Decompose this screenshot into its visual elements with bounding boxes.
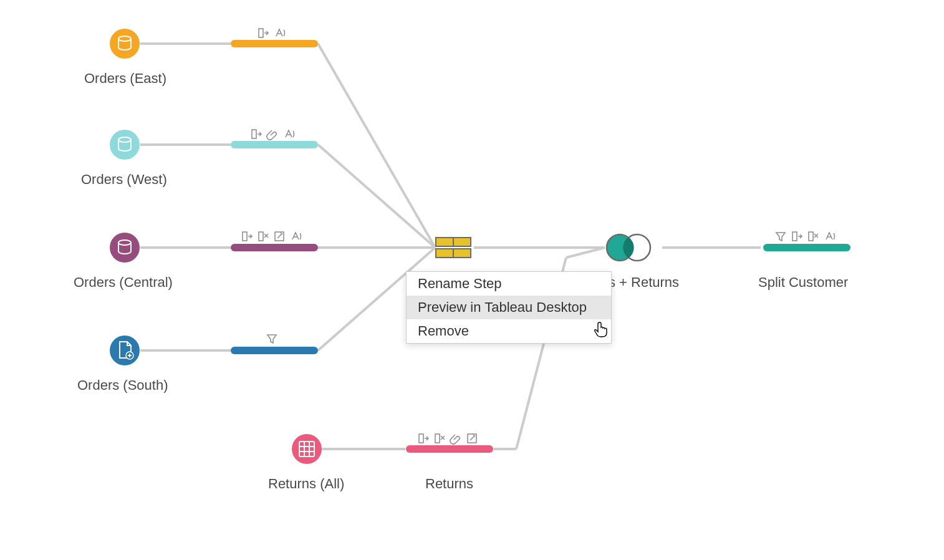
union-icon xyxy=(435,235,472,260)
menu-preview-desktop[interactable]: Preview in Tableau Desktop xyxy=(407,296,611,319)
join-orders-returns-label: s + Returns xyxy=(609,274,679,291)
menu-rename-step[interactable]: Rename Step xyxy=(407,272,611,296)
datasource-returns-all-label: Returns (All) xyxy=(268,476,344,492)
cursor-hand-icon xyxy=(594,321,611,338)
svg-rect-17 xyxy=(252,130,256,138)
svg-rect-30 xyxy=(453,249,471,258)
col-out-icon xyxy=(241,230,253,243)
paperclip-icon xyxy=(450,432,462,445)
clean-step-orders-central[interactable] xyxy=(231,244,318,251)
datasource-orders-east[interactable] xyxy=(110,29,140,59)
clean-returns-label: Returns xyxy=(425,476,473,492)
col-del-icon xyxy=(257,230,269,243)
clean-step-orders-south[interactable] xyxy=(231,347,318,354)
edit-icon xyxy=(466,432,478,445)
col-out-icon xyxy=(417,432,430,445)
datasource-orders-west[interactable] xyxy=(110,130,140,160)
col-out-icon xyxy=(257,27,269,39)
rename-text-icon xyxy=(282,128,295,140)
join-step-orders-returns[interactable] xyxy=(604,233,653,262)
clean-step-returns[interactable] xyxy=(406,445,493,453)
venn-join-icon xyxy=(604,233,653,262)
table-icon xyxy=(292,434,322,464)
clean-step-orders-east[interactable] xyxy=(231,40,318,47)
clean-orders-central-icons xyxy=(241,230,302,243)
svg-rect-34 xyxy=(809,232,813,241)
split-customer-label: Split Customer xyxy=(758,274,848,291)
svg-point-18 xyxy=(118,240,131,245)
col-out-icon xyxy=(250,128,262,140)
paperclip-icon xyxy=(266,128,279,140)
col-out-icon xyxy=(791,230,803,243)
datasource-orders-west-label: Orders (West) xyxy=(81,171,167,188)
flow-canvas: Orders (East) Orders (West) Orders (Cent… xyxy=(0,0,944,560)
svg-line-5 xyxy=(318,44,435,248)
file-add-icon xyxy=(110,336,140,365)
filter-icon xyxy=(774,230,787,243)
database-icon xyxy=(110,29,140,59)
svg-line-12 xyxy=(566,248,605,258)
rename-text-icon xyxy=(289,230,302,243)
menu-remove[interactable]: Remove xyxy=(407,319,611,343)
svg-rect-19 xyxy=(243,232,247,241)
datasource-orders-south-label: Orders (South) xyxy=(77,377,168,393)
clean-orders-east-icons xyxy=(257,27,286,39)
svg-rect-24 xyxy=(419,434,423,443)
svg-rect-33 xyxy=(792,232,797,241)
col-del-icon xyxy=(807,230,819,243)
database-icon xyxy=(110,130,140,160)
rename-text-icon xyxy=(823,230,836,243)
edit-icon xyxy=(273,230,286,243)
svg-rect-27 xyxy=(436,238,453,246)
svg-rect-20 xyxy=(259,232,263,241)
database-icon xyxy=(110,233,140,263)
clean-returns-icons xyxy=(417,432,478,445)
filter-icon xyxy=(266,332,278,345)
datasource-orders-central[interactable] xyxy=(110,233,140,263)
col-del-icon xyxy=(433,432,446,445)
clean-orders-south-icons xyxy=(266,332,278,345)
union-step[interactable] xyxy=(435,235,472,260)
clean-split-customer-icons xyxy=(774,230,836,243)
rename-text-icon xyxy=(273,27,286,39)
svg-rect-28 xyxy=(453,238,471,246)
svg-rect-25 xyxy=(435,434,440,443)
clean-orders-west-icons xyxy=(250,128,295,140)
datasource-orders-east-label: Orders (East) xyxy=(84,70,166,87)
svg-rect-23 xyxy=(299,442,314,456)
svg-point-14 xyxy=(118,36,131,41)
svg-rect-29 xyxy=(436,249,453,258)
datasource-orders-south[interactable] xyxy=(110,336,140,365)
context-menu: Rename Step Preview in Tableau Desktop R… xyxy=(406,271,612,344)
clean-step-split-customer[interactable] xyxy=(763,244,850,251)
datasource-returns-all[interactable] xyxy=(292,434,322,464)
svg-line-6 xyxy=(318,145,435,248)
clean-step-orders-west[interactable] xyxy=(231,141,318,148)
svg-point-16 xyxy=(118,137,131,142)
svg-rect-15 xyxy=(259,29,263,37)
datasource-orders-central-label: Orders (Central) xyxy=(74,274,173,291)
